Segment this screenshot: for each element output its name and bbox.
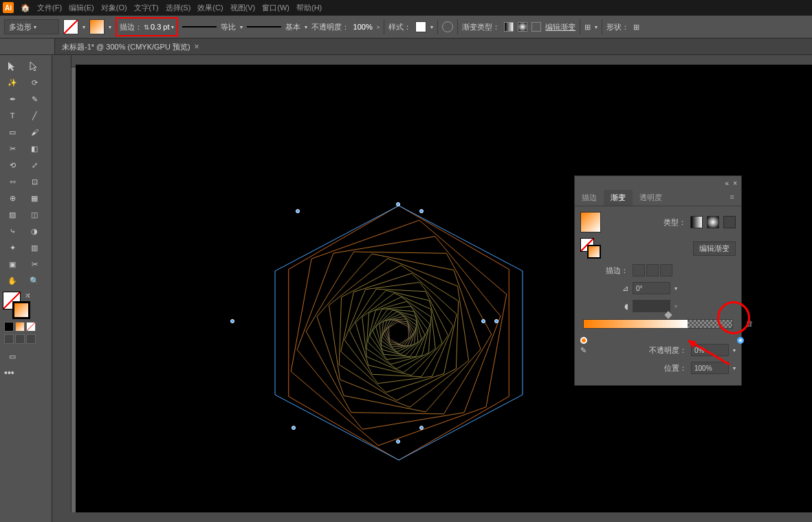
stroke-swatch[interactable] — [89, 19, 105, 34]
close-icon[interactable]: × — [195, 39, 199, 55]
pen-tool-icon[interactable]: ✒ — [1, 91, 23, 107]
chevron-down-icon[interactable]: ▾ — [109, 24, 111, 30]
gradient-mode-icon[interactable] — [15, 322, 25, 331]
chevron-down-icon[interactable]: > — [377, 24, 380, 30]
edit-gradient-link[interactable]: 编辑渐变 — [545, 22, 575, 32]
screen-mode-icon[interactable]: ▭ — [1, 348, 23, 365]
trash-icon[interactable]: 🗑 — [746, 319, 754, 327]
draw-mode-icon[interactable] — [15, 334, 25, 344]
blend-tool-icon[interactable]: ◑ — [23, 223, 45, 239]
rectangle-tool-icon[interactable]: ▭ — [1, 124, 23, 140]
symbol-sprayer-tool-icon[interactable]: ✦ — [1, 239, 23, 256]
menu-view[interactable]: 视图(V) — [230, 3, 256, 13]
freeform-gradient-icon[interactable] — [531, 22, 541, 32]
menu-type[interactable]: 文字(T) — [134, 3, 159, 13]
gradient-slider[interactable]: 🗑 — [583, 319, 733, 340]
magic-wand-tool-icon[interactable]: ✨ — [1, 74, 23, 91]
fill-stroke-indicator[interactable]: ⤭ — [3, 292, 30, 319]
align-icon[interactable]: ⊞ — [584, 23, 591, 32]
opacity-value[interactable]: 100% — [353, 23, 373, 31]
color-mode-icon[interactable] — [4, 322, 14, 331]
slice-tool-icon[interactable]: ✂ — [23, 256, 45, 272]
shaper-tool-icon[interactable]: ✂ — [1, 140, 23, 157]
gradient-tool-icon[interactable]: ◫ — [23, 206, 45, 223]
stroke-apply-icon[interactable] — [646, 264, 659, 276]
brush-preview[interactable] — [247, 26, 281, 28]
collapse-icon[interactable]: « — [725, 180, 729, 187]
freeform-type-icon[interactable] — [723, 216, 736, 228]
midpoint-stop[interactable] — [664, 311, 672, 318]
menu-file[interactable]: 文件(F) — [37, 3, 62, 13]
menu-edit[interactable]: 编辑(E) — [69, 3, 94, 13]
stroke-apply-icon[interactable] — [660, 264, 672, 276]
graph-tool-icon[interactable]: ▥ — [23, 239, 45, 256]
none-mode-icon[interactable] — [26, 322, 36, 331]
transform-icon[interactable]: ⊞ — [633, 23, 639, 32]
draw-mode-icon[interactable] — [26, 334, 36, 344]
menu-select[interactable]: 选择(S) — [166, 3, 191, 13]
direct-selection-tool-icon[interactable] — [23, 58, 45, 74]
free-transform-tool-icon[interactable]: ⊡ — [23, 173, 45, 190]
panel-menu-icon[interactable]: ≡ — [723, 190, 741, 206]
recolor-icon[interactable] — [442, 21, 453, 32]
tab-stroke[interactable]: 描边 — [575, 190, 604, 206]
menu-effect[interactable]: 效果(C) — [197, 3, 223, 13]
tool-selector[interactable]: 多边形▾ — [4, 19, 59, 34]
menu-help[interactable]: 帮助(H) — [296, 3, 322, 13]
linear-gradient-icon[interactable] — [504, 22, 514, 32]
style-swatch[interactable] — [415, 21, 426, 32]
type-tool-icon[interactable]: T — [1, 107, 23, 124]
document-tab[interactable]: 未标题-1* @ 300% (CMYK/GPU 预览) × — [55, 39, 206, 55]
radial-type-icon[interactable] — [707, 216, 719, 228]
paintbrush-tool-icon[interactable]: 🖌 — [23, 124, 45, 140]
angle-input[interactable] — [633, 282, 670, 294]
gradient-preview[interactable] — [580, 212, 601, 232]
artboard-tool-icon[interactable]: ▣ — [1, 256, 23, 272]
hand-tool-icon[interactable]: ✋ — [1, 272, 23, 289]
stroke-value[interactable]: 0.3 pt — [151, 23, 170, 31]
edit-toolbar-icon[interactable]: ••• — [1, 365, 50, 381]
lasso-tool-icon[interactable]: ⟳ — [23, 74, 45, 91]
opacity-input[interactable] — [691, 344, 729, 356]
tab-transparency[interactable]: 透明度 — [633, 190, 669, 206]
mesh-tool-icon[interactable]: ▨ — [1, 206, 23, 223]
curvature-tool-icon[interactable]: ✎ — [23, 91, 45, 107]
menu-object[interactable]: 对象(O) — [101, 3, 127, 13]
width-tool-icon[interactable]: ⇿ — [1, 173, 23, 190]
rotate-tool-icon[interactable]: ⟲ — [1, 157, 23, 173]
swap-icon[interactable]: ⤭ — [25, 292, 30, 299]
chevron-down-icon[interactable]: ▾ — [430, 24, 433, 30]
selection-tool-icon[interactable] — [1, 58, 23, 74]
eyedropper-icon[interactable]: ✎ — [580, 346, 586, 355]
line-tool-icon[interactable]: ╱ — [23, 107, 45, 124]
hexagon-spiral-artwork[interactable] — [254, 188, 543, 477]
tab-gradient[interactable]: 渐变 — [604, 190, 633, 206]
chevron-down-icon[interactable]: ▾ — [674, 285, 677, 292]
chevron-down-icon[interactable]: ▾ — [240, 24, 243, 30]
zoom-tool-icon[interactable]: 🔍 — [23, 272, 45, 289]
fill-swatch[interactable] — [63, 19, 78, 34]
profile-preview[interactable] — [182, 26, 217, 28]
perspective-tool-icon[interactable]: ▦ — [23, 190, 45, 206]
aspect-input[interactable] — [633, 300, 670, 312]
draw-mode-icon[interactable] — [4, 334, 14, 344]
gradient-stop-end[interactable] — [737, 337, 744, 344]
menu-window[interactable]: 窗口(W) — [262, 3, 289, 13]
eraser-tool-icon[interactable]: ◧ — [23, 140, 45, 157]
linear-type-icon[interactable] — [690, 216, 703, 228]
chevron-down-icon[interactable]: ▾ — [83, 24, 85, 30]
shape-builder-tool-icon[interactable]: ⊕ — [1, 190, 23, 206]
stepper-icon[interactable]: ⇅ — [144, 23, 149, 31]
stroke-apply-icon[interactable] — [633, 264, 645, 276]
chevron-down-icon[interactable]: ▾ — [733, 365, 736, 371]
radial-gradient-icon[interactable] — [518, 22, 527, 32]
close-icon[interactable]: × — [733, 180, 737, 187]
chevron-down-icon[interactable]: ▾ — [305, 24, 307, 30]
gradient-stop-start[interactable] — [580, 337, 587, 344]
chevron-down-icon[interactable]: ▾ — [171, 24, 174, 30]
position-input[interactable] — [691, 362, 729, 374]
chevron-down-icon[interactable]: ▾ — [733, 347, 736, 354]
home-icon[interactable]: 🏠 — [21, 3, 30, 12]
edit-gradient-button[interactable]: 编辑渐变 — [693, 241, 736, 256]
eyedropper-tool-icon[interactable]: ⤷ — [1, 223, 23, 239]
